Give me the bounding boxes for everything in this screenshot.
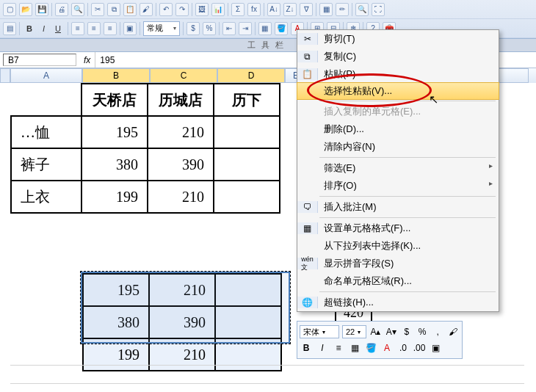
align-left-icon[interactable]: ≡ [71,22,84,35]
undo-icon[interactable]: ↶ [159,3,173,16]
select-all-corner[interactable] [0,68,10,83]
ctx-sort[interactable]: 排序(O) [297,177,499,195]
shrink-font-icon[interactable]: A▾ [385,325,397,338]
row-label: 上衣 [11,181,82,213]
fx-label: fx [84,55,90,65]
col-header-a[interactable]: A [10,68,82,83]
ctx-insert-comment[interactable]: 🗨插入批注(M) [297,198,499,216]
italic-button[interactable]: I [39,21,48,36]
align-mini-icon[interactable]: ≡ [332,341,345,355]
picture-icon[interactable]: 🖼 [195,3,209,16]
data-table-main: 天桥店 历城店 历下 …恤 195 210 裤子 380 390 上衣 199 … [10,83,280,214]
sort-asc-icon[interactable]: A↓ [267,3,280,16]
comma-mini-icon[interactable]: , [432,325,444,338]
ctx-filter[interactable]: 筛选(E) [297,159,499,177]
table-icon[interactable]: ▦ [319,3,333,16]
ctx-clear[interactable]: 清除内容(N) [297,138,499,156]
print-icon[interactable]: 🖨 [55,3,68,16]
align-center-icon[interactable]: ≡ [87,22,101,35]
ctx-hyperlink[interactable]: 🌐超链接(H)... [297,294,499,311]
draw-icon[interactable]: ✏ [336,3,349,16]
bold-mini[interactable]: B [300,341,313,355]
ctx-paste-special[interactable]: 选择性粘贴(V)... [297,82,499,100]
data-cell: 210 [148,116,214,148]
selection-marquee [81,272,290,344]
header-cell: 历城店 [148,84,214,116]
zoom-icon[interactable]: 🔍 [355,3,369,16]
align-right-icon[interactable]: ≡ [104,22,117,35]
data-cell: 195 [82,116,148,148]
percent-icon[interactable]: % [203,22,216,35]
mini-font-combo[interactable]: 宋体 [300,325,339,338]
header-cell: 天桥店 [82,84,148,116]
pinyin-icon: wén文 [302,258,314,269]
ctx-pick-from-list[interactable]: 从下拉列表中选择(K)... [297,237,499,255]
ctx-copy[interactable]: ⧉复制(C) [297,48,499,65]
underline-button[interactable]: U [51,21,65,36]
row-label: 裤子 [11,148,82,181]
copy-icon: ⧉ [302,51,314,62]
comment-icon: 🗨 [302,201,314,213]
context-menu: ✂剪切(T) ⧉复制(C) 📋粘贴(P) 选择性粘贴(V)... 插入复制的单元… [297,29,499,312]
data-cell: 199 [82,181,148,213]
header-cell: 历下 [214,84,280,116]
fontcolor-mini-icon[interactable]: A [380,341,394,355]
indent-inc-icon[interactable]: ⇥ [239,22,252,35]
borders-icon[interactable]: ▦ [258,22,272,35]
copy-icon[interactable]: ⧉ [107,3,120,16]
ctx-show-pinyin[interactable]: wén文显示拼音字段(S) [297,255,499,272]
currency-icon[interactable]: $ [186,22,200,35]
ctx-paste[interactable]: 📋粘贴(P) [297,65,499,83]
mini-size-combo[interactable]: 22 [342,325,366,338]
currency-mini-icon[interactable]: $ [400,325,413,338]
percent-mini-icon[interactable]: % [416,325,428,338]
dec-decimal-icon[interactable]: .0 [396,341,410,355]
merge-icon[interactable]: ▣ [123,22,137,35]
toolbar-row-1: ▢ 📂 💾 🖨 🔍 ✂ ⧉ 📋 🖌 ↶ ↷ 🖼 📊 Σ fx A↓ Z↓ ∇ ▦… [0,0,536,19]
italic-mini[interactable]: I [316,341,329,355]
bold-button[interactable]: B [23,21,36,36]
name-box[interactable]: B7 [3,54,76,66]
paste-icon[interactable]: 📋 [123,3,137,16]
merge-mini-icon[interactable]: ▣ [429,341,442,355]
data-cell: 380 [82,148,148,181]
ctx-name-range[interactable]: 命名单元格区域(R)... [297,272,499,290]
fullscreen-icon[interactable]: ⛶ [372,3,385,16]
col-header-d[interactable]: D [217,68,285,83]
preview-icon[interactable]: 🔍 [71,3,84,16]
sort-desc-icon[interactable]: Z↓ [283,3,297,16]
col-header-c[interactable]: C [150,68,217,83]
format-painter-icon[interactable]: 🖌 [140,3,153,16]
data-cell: 210 [148,181,214,213]
clipboard-icon: 📋 [302,68,314,80]
ctx-cut[interactable]: ✂剪切(T) [297,30,499,48]
new-icon[interactable]: ▢ [3,3,16,16]
format-icon: ▦ [302,222,314,234]
scissors-icon: ✂ [302,33,314,45]
data-cell: 390 [148,148,214,181]
paint-mini-icon[interactable]: 🖌 [447,325,460,338]
borders-mini-icon[interactable]: ▦ [348,341,361,355]
globe-icon: 🌐 [302,297,314,308]
inc-decimal-icon[interactable]: .00 [413,341,426,355]
ctx-insert-copied[interactable]: 插入复制的单元格(E)... [297,103,499,120]
open-icon[interactable]: 📂 [19,3,32,16]
grow-font-icon[interactable]: A▴ [369,325,382,338]
ctx-delete[interactable]: 删除(D)... [297,120,499,138]
filter-icon[interactable]: ∇ [300,3,313,16]
fill-mini-icon[interactable]: 🪣 [364,341,377,355]
indent-dec-icon[interactable]: ⇤ [222,22,236,35]
redo-icon[interactable]: ↷ [175,3,189,16]
cut-icon[interactable]: ✂ [91,3,104,16]
col-header-b[interactable]: B [82,68,150,83]
fill-color-icon[interactable]: 🪣 [275,22,288,35]
ctx-format-cells[interactable]: ▦设置单元格格式(F)... [297,219,499,237]
sum-icon[interactable]: Σ [231,3,245,16]
number-format-combo[interactable]: 常规 [143,21,180,36]
row-label: …恤 [11,116,82,148]
fx-icon[interactable]: fx [247,3,261,16]
pivot-icon[interactable]: ▤ [3,22,16,35]
chart-icon[interactable]: 📊 [211,3,225,16]
mini-toolbar: 宋体 22 A▴ A▾ $ % , 🖌 B I ≡ ▦ 🪣 A .0 .00 ▣ [297,321,463,359]
save-icon[interactable]: 💾 [35,3,48,16]
